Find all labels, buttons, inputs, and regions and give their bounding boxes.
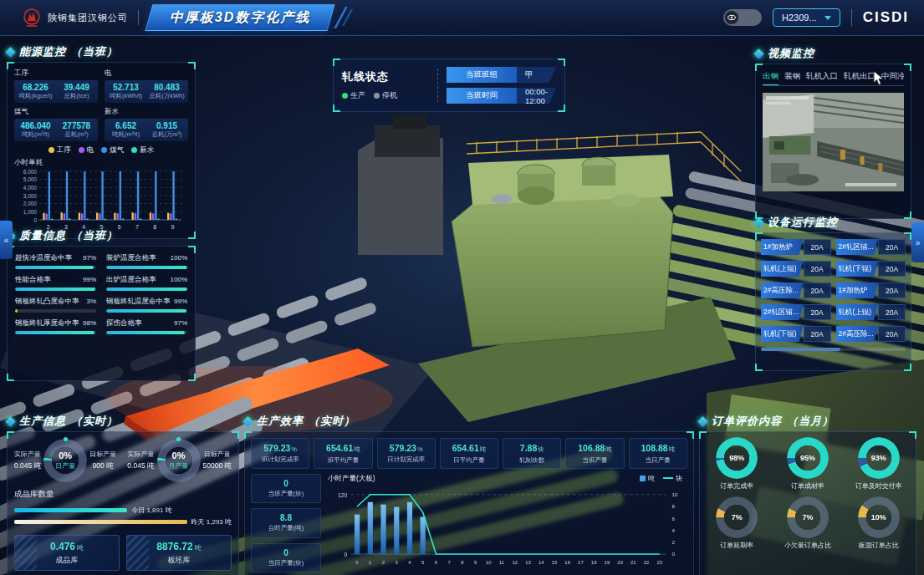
order-percent: 93% (858, 437, 900, 479)
production-panel: 生产信息 （实时） 实际产量0.045 吨0%日产量目标产量900 吨实际产量0… (7, 413, 239, 575)
equipment-item: 轧机(上辊)20A (761, 261, 831, 277)
video-tab[interactable]: 轧机出口 (844, 71, 876, 82)
quality-grid: 超快冷温度命中率97%装炉温度合格率100%性能合格率99%出炉温度合格率100… (15, 253, 187, 334)
quality-percent: 3% (86, 298, 96, 305)
order-donut-gauge: 93% (858, 437, 900, 479)
stat-label: 当日产量 (630, 456, 686, 465)
target-output-value: 900 吨 (89, 461, 116, 471)
cctv-video-feed[interactable] (763, 93, 904, 191)
efficiency-stat-card: 654.61吨日平均产量 (440, 438, 498, 469)
quality-progress-bar (15, 288, 96, 291)
quality-item: 超快冷温度命中率97% (15, 253, 96, 269)
svg-text:21: 21 (630, 560, 636, 565)
equipment-current-value: 20A (878, 239, 906, 255)
warehouse-tile: 8876.72吨板坯库 (126, 535, 232, 571)
stat-value: 7.88块 (504, 443, 559, 454)
visibility-toggle[interactable] (723, 9, 762, 26)
gauge-ring: 0%月产量 (157, 439, 201, 482)
left-collapse-tab[interactable]: « (0, 221, 13, 259)
gauge-name: 日产量 (55, 461, 75, 471)
target-output-label: 目标产量 (89, 450, 116, 459)
actual-output-label: 实际产量 (127, 450, 154, 459)
company-name: 陕钢集团汉钢公司 (48, 12, 128, 24)
stock-bar-value: 今日 1,891 吨 (131, 506, 171, 515)
status-dot-icon (342, 93, 348, 99)
order-percent: 10% (858, 496, 900, 538)
equipment-label-chip[interactable]: 2#轧区辅... (761, 304, 804, 320)
quality-label: 钢板终轧厚度命中率 (15, 318, 79, 328)
warehouse-value: 8876.72吨 (127, 541, 231, 552)
side-box-label: 台时产量(吨) (268, 524, 304, 532)
svg-text:1: 1 (369, 560, 371, 565)
order-kpi: 7%小欠量订单占比 (773, 496, 844, 550)
stat-value: 654.61吨 (315, 443, 370, 454)
order-kpi-label: 订单成材率 (791, 481, 824, 491)
right-collapse-tab[interactable]: » (911, 222, 924, 262)
equipment-label-chip[interactable]: 2#轧区辅... (836, 239, 879, 255)
diamond-icon (753, 217, 764, 228)
actual-output-label: 实际产量 (14, 450, 41, 459)
quality-progress-bar (106, 309, 187, 313)
diamond-icon (753, 48, 764, 59)
svg-text:2: 2 (382, 560, 385, 565)
efficiency-stat-card: 579.23%日计划完成率 (377, 438, 436, 469)
video-tab[interactable]: 轧机入口 (806, 71, 838, 82)
quality-item: 性能合格率99% (15, 275, 96, 291)
equipment-item: 轧机(上辊)20A (836, 304, 906, 320)
line-status-title: 轧线状态 (342, 69, 429, 84)
video-tab[interactable]: 装钢 (784, 71, 800, 82)
svg-text:120: 120 (338, 492, 348, 498)
svg-text:0: 0 (33, 217, 37, 223)
equipment-label-chip[interactable]: 轧机(下辊) (836, 261, 879, 277)
equipment-item: 轧机(下辊)20A (761, 326, 831, 342)
header-divider (138, 10, 139, 25)
camera-select-dropdown[interactable]: H2309... (773, 8, 840, 27)
svg-text:0: 0 (355, 560, 359, 565)
order-donut-gauge: 10% (858, 496, 900, 538)
efficiency-stat-card: 108.88吨当日产量 (629, 438, 687, 469)
status-chip-label: 当班时间 (447, 88, 517, 104)
actual-output-value: 0.045 吨 (14, 461, 41, 471)
energy-value: 80.483 (147, 83, 186, 92)
energy-group: 新水6.652吨耗(m³/t)0.915总耗(万m³) (105, 106, 188, 141)
bar-legend-icon (640, 476, 646, 481)
stat-label: 班计划完成率 (253, 455, 308, 464)
svg-text:20: 20 (617, 560, 623, 565)
energy-group: 煤气486.040吨耗(m³/t)277578总耗(m³) (14, 106, 98, 141)
equipment-label-chip[interactable]: 2#高压除... (761, 282, 804, 298)
line-legend-icon (663, 477, 673, 479)
scrollbar-thumb[interactable] (761, 348, 840, 351)
orders-title-text: 订单评价内容 (712, 414, 782, 429)
video-tab[interactable]: 出钢 (763, 71, 779, 82)
status-chips: 当班班组甲当班时间00:00-12:00 (447, 67, 556, 104)
equipment-current-value: 20A (804, 304, 831, 320)
header-divider (851, 9, 852, 26)
order-kpi-label: 小欠量订单占比 (784, 541, 831, 550)
equipment-item: 2#高压除...20A (761, 282, 831, 298)
equipment-scrollbar[interactable] (761, 348, 906, 351)
equipment-label-chip[interactable]: 轧机(上辊) (761, 261, 804, 277)
order-donut-grid: 98%订单完成率95%订单成材率93%订单及时交付率7%订单延期率7%小欠量订单… (702, 437, 914, 550)
hourly-output-legend: 吨块 (640, 474, 682, 483)
quality-item: 钢板终轧温度命中率99% (106, 297, 187, 313)
equipment-label-chip[interactable]: 2#高压除... (836, 326, 879, 342)
svg-text:0: 0 (672, 552, 676, 557)
quality-label: 探伤合格率 (106, 318, 142, 328)
energy-group-name: 煤气 (14, 107, 98, 117)
status-chip: 当班时间00:00-12:00 (447, 88, 556, 104)
equipment-label-chip[interactable]: 1#加热炉 (761, 239, 804, 255)
svg-text:19: 19 (605, 560, 610, 565)
stock-bar-row: 今日 1,891 吨 (14, 504, 232, 516)
svg-text:4: 4 (408, 560, 411, 565)
status-divider (437, 69, 438, 102)
gauge-percent: 0% (59, 450, 72, 461)
video-tab[interactable]: 中间冷 (881, 71, 904, 82)
energy-title-text: 能源监控 (19, 44, 66, 59)
svg-text:3: 3 (396, 560, 398, 565)
order-kpi: 7%订单延期率 (702, 496, 773, 550)
equipment-label-chip[interactable]: 轧机(上辊) (836, 304, 879, 320)
equipment-label-chip[interactable]: 轧机(下辊) (761, 326, 804, 342)
energy-unit-label: 吨耗(kWh/t) (106, 92, 145, 100)
line-status-panel: 轧线状态 生产停机 当班班组甲当班时间00:00-12:00 (333, 59, 565, 110)
equipment-label-chip[interactable]: 1#加热炉 (836, 282, 879, 298)
